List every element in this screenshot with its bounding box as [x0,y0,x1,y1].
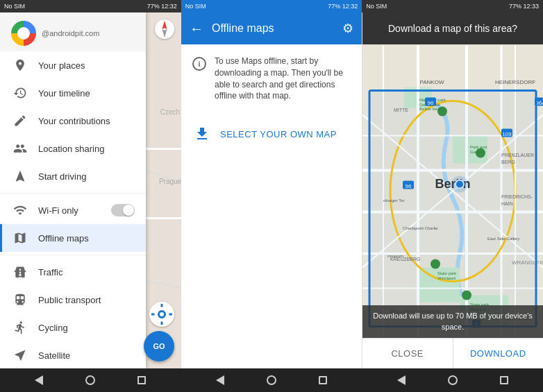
menu-divider-2 [0,255,146,255]
close-button[interactable]: CLOSE [362,339,453,368]
status-bars: No SIM 77% 12:32 No SIM 77% 12:32 No SIM… [0,0,543,12]
status-right-1: 77% 12:32 [147,3,177,10]
status-bar-2: No SIM 77% 12:32 [181,0,362,12]
status-left-1: No SIM [4,3,25,10]
your-places-label: Your places [38,60,135,71]
user-domain: @androidpit.com [42,29,99,37]
battery-time-2: 77% 12:32 [328,3,358,10]
no-sim-label-3: No SIM [366,3,387,10]
bottom-bar-2 [181,368,362,392]
no-sim-label-2: No SIM [185,3,206,10]
bottom-bar-1 [0,368,181,392]
back-nav-1[interactable] [35,375,43,385]
no-sim-label-1: No SIM [4,3,25,10]
back-button[interactable]: ← [187,18,206,40]
download-size-text: Download will use up to 70 MB of your de… [371,311,535,332]
your-places-icon [13,58,27,72]
map-preview: PANKOW HEINERSDORF MITTE PRENZLAUER BERG… [362,44,543,338]
sidebar-item-cycling[interactable]: Cycling [0,314,146,341]
offline-info-block: i To use Maps offline, start by download… [192,56,351,102]
sidebar-header: @androidpit.com [0,12,146,51]
traffic-icon [13,265,27,279]
svg-text:HEINERSDORF: HEINERSDORF [495,79,535,85]
your-contributions-icon [13,114,27,128]
recent-nav-1[interactable] [137,376,146,384]
sidebar-item-offline-maps[interactable]: Offline maps [0,224,146,252]
wifi-only-icon [13,203,27,217]
menu-divider-1 [0,193,146,194]
public-transport-icon [13,293,27,307]
map-panel: Germany Czech Prague @androidpit.com You… [0,12,181,368]
google-logo [11,21,36,46]
back-nav-2[interactable] [216,375,224,385]
sidebar-item-location-sharing[interactable]: Location sharing [0,135,146,162]
offline-panel: ← Offline maps ⚙ i To use Maps offline, … [181,12,362,368]
satellite-icon [13,348,27,362]
status-left-2: No SIM [185,3,206,10]
download-header: Download a map of this area? [362,12,543,44]
bottom-bar-3 [362,368,543,392]
svg-rect-75 [369,91,536,327]
download-icon [192,124,212,144]
back-nav-3[interactable] [397,375,406,385]
wifi-only-label: Wi-Fi only [38,205,100,216]
sidebar-item-wifi-only[interactable]: Wi-Fi only [0,196,146,224]
svg-point-12 [159,312,165,318]
recent-nav-2[interactable] [319,376,327,384]
go-button[interactable]: GO [144,331,174,361]
status-right-3: 77% 12:33 [509,3,539,10]
download-button[interactable]: DOWNLOAD [453,339,544,368]
satellite-label: Satellite [38,350,135,361]
start-driving-label: Start driving [38,171,135,182]
svg-text:Prague: Prague [159,178,181,185]
download-panel: Download a map of this area? [362,12,543,368]
status-left-3: No SIM [366,3,387,10]
home-nav-2[interactable] [267,375,276,385]
status-bar-1: No SIM 77% 12:32 [0,0,181,12]
your-timeline-label: Your timeline [38,88,135,99]
location-sharing-icon [13,142,27,155]
sidebar-item-your-contributions[interactable]: Your contributions [0,107,146,135]
battery-time-3: 77% 12:33 [509,3,539,10]
location-button[interactable] [149,302,174,327]
home-nav-1[interactable] [85,375,95,385]
offline-content: i To use Maps offline, start by download… [181,44,362,368]
offline-info-text: To use Maps offline, start by downloadin… [215,56,351,102]
sidebar-item-public-transport[interactable]: Public transport [0,286,146,314]
svg-marker-10 [162,21,167,29]
sidebar-item-start-driving[interactable]: Start driving [0,162,146,190]
offline-header: ← Offline maps ⚙ [181,12,362,44]
battery-time-1: 77% 12:32 [147,3,177,10]
offline-maps-label: Offline maps [38,233,135,244]
your-contributions-label: Your contributions [38,116,135,126]
settings-button[interactable]: ⚙ [340,18,356,39]
svg-marker-11 [162,29,167,37]
select-map-button[interactable]: SELECT YOUR OWN MAP [192,119,351,149]
download-actions: CLOSE DOWNLOAD [362,338,543,368]
your-timeline-icon [13,86,27,100]
compass-button[interactable] [155,19,174,39]
cycling-label: Cycling [38,323,135,333]
status-bar-3: No SIM 77% 12:33 [362,0,543,12]
svg-text:Czech: Czech [160,108,180,116]
map-background: Germany Czech Prague @androidpit.com You… [0,12,181,368]
select-map-label: SELECT YOUR OWN MAP [220,129,337,139]
location-sharing-label: Location sharing [38,144,135,154]
wifi-only-toggle[interactable] [111,204,135,216]
status-right-2: 77% 12:32 [328,3,358,10]
go-label: GO [153,342,165,350]
recent-nav-3[interactable] [500,376,508,384]
sidebar-item-satellite[interactable]: Satellite [0,341,146,368]
offline-maps-icon [13,231,27,245]
home-nav-3[interactable] [448,375,458,385]
sidebar-item-your-places[interactable]: Your places [0,51,146,79]
bottom-bars [0,368,543,392]
sidebar-menu: @androidpit.com Your placesYour timeline… [0,12,146,368]
sidebar-item-your-timeline[interactable]: Your timeline [0,79,146,107]
sidebar-item-traffic[interactable]: Traffic [0,258,146,286]
cycling-icon [13,321,27,334]
main-content: Germany Czech Prague @androidpit.com You… [0,12,543,368]
svg-text:PANKOW: PANKOW [420,79,444,85]
start-driving-icon [13,169,27,183]
info-icon: i [192,57,206,71]
